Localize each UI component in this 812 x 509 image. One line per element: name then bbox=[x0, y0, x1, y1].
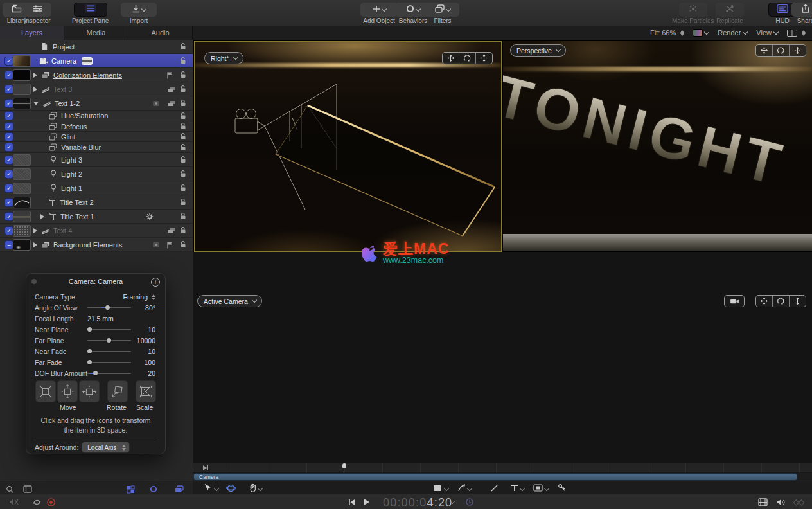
disclosure-closed-icon[interactable] bbox=[33, 73, 37, 78]
render-dropdown[interactable]: Render bbox=[718, 29, 747, 37]
layer-row-title-text-2[interactable]: ✓Title Text 2 bbox=[0, 195, 193, 210]
layer-row-defocus[interactable]: ✓Defocus bbox=[0, 121, 193, 132]
select-tool-chevron-icon[interactable] bbox=[214, 486, 219, 491]
layer-row-text-3[interactable]: ✓Text 3 bbox=[0, 82, 193, 96]
flag-icon[interactable] bbox=[165, 71, 175, 80]
viewport-active-camera[interactable]: THE AWARDS Active Camera bbox=[193, 252, 812, 463]
layer-visibility-checkbox[interactable]: ✓ bbox=[5, 133, 13, 141]
param-stepper-icon[interactable] bbox=[152, 294, 155, 300]
param-slider[interactable] bbox=[87, 373, 131, 374]
slider-thumb[interactable] bbox=[87, 349, 92, 353]
slider-thumb[interactable] bbox=[93, 371, 98, 375]
lock-icon[interactable] bbox=[178, 156, 188, 165]
param-slider[interactable] bbox=[87, 329, 131, 330]
lock-icon[interactable] bbox=[178, 198, 188, 207]
param-value[interactable]: Framing bbox=[123, 293, 148, 301]
lock-icon[interactable] bbox=[178, 143, 188, 152]
tab-audio[interactable]: Audio bbox=[128, 26, 193, 40]
disclosure-closed-icon[interactable] bbox=[40, 214, 44, 219]
disclosure-open-icon[interactable] bbox=[33, 102, 39, 105]
layer-row-camera[interactable]: ✓Camera bbox=[0, 54, 193, 68]
layer-row-hue-saturation[interactable]: ✓Hue/Saturation bbox=[0, 111, 193, 121]
viewport-perspective[interactable]: TONIGHT Perspective bbox=[503, 41, 812, 251]
layer-visibility-checkbox[interactable]: ✓ bbox=[5, 100, 13, 107]
layer-visibility-checkbox[interactable]: ✓ bbox=[5, 227, 13, 235]
layer-row-text-1-2[interactable]: ✓Text 1-2 bbox=[0, 96, 193, 111]
slider-thumb[interactable] bbox=[105, 305, 110, 310]
layer-row-light-2[interactable]: ✓Light 2 bbox=[0, 167, 193, 181]
pan-view-icon[interactable] bbox=[756, 296, 773, 307]
lock-icon[interactable] bbox=[178, 57, 188, 66]
layer-row-light-1[interactable]: ✓Light 1 bbox=[0, 181, 193, 195]
show-audio-icon[interactable] bbox=[775, 497, 786, 507]
dolly-view-icon[interactable] bbox=[790, 45, 806, 56]
layer-visibility-checkbox[interactable]: ✓ bbox=[5, 112, 13, 120]
blend-icon[interactable] bbox=[166, 85, 176, 94]
move-y-button[interactable] bbox=[58, 381, 77, 402]
lock-icon[interactable] bbox=[178, 226, 188, 235]
layer-visibility-checkbox[interactable]: ✓ bbox=[5, 184, 13, 192]
record-button-icon[interactable] bbox=[45, 497, 57, 507]
blend-icon[interactable] bbox=[166, 99, 176, 108]
share-button[interactable]: Share bbox=[791, 3, 812, 24]
play-button[interactable] bbox=[360, 497, 372, 507]
rectangle-tool-chevron-icon[interactable] bbox=[444, 486, 449, 491]
zoom-fit-control[interactable]: Fit: 66% bbox=[650, 29, 684, 37]
layer-visibility-checkbox[interactable]: ✓ bbox=[5, 123, 13, 130]
loop-playback-icon[interactable] bbox=[31, 497, 42, 507]
layer-row-background-elements[interactable]: –Background Elements bbox=[0, 238, 193, 252]
layer-visibility-checkbox[interactable]: ✓ bbox=[5, 57, 13, 65]
filters-button[interactable]: Filters bbox=[426, 3, 459, 24]
line-tool-icon[interactable] bbox=[488, 483, 500, 493]
lock-icon[interactable] bbox=[178, 71, 188, 80]
orbit-view-icon[interactable] bbox=[459, 53, 476, 64]
pan-view-icon[interactable] bbox=[443, 53, 459, 64]
lock-icon[interactable] bbox=[178, 132, 188, 141]
move-xz-button[interactable] bbox=[36, 381, 55, 402]
gear-icon[interactable] bbox=[145, 212, 154, 221]
badge-icon[interactable] bbox=[151, 240, 161, 249]
hud-panel[interactable]: Camera: Camera i Camera TypeFramingAngle… bbox=[26, 273, 166, 454]
channels-dropdown[interactable] bbox=[693, 30, 709, 36]
move-xy-button[interactable] bbox=[80, 381, 99, 402]
adjust-item-tool-icon[interactable] bbox=[556, 483, 568, 493]
badge-icon[interactable] bbox=[151, 99, 161, 108]
import-button[interactable]: Import bbox=[121, 3, 157, 24]
go-to-start-button[interactable] bbox=[346, 497, 357, 507]
lock-icon[interactable] bbox=[178, 170, 188, 179]
pan-hand-tool-icon[interactable] bbox=[247, 483, 258, 493]
slider-thumb[interactable] bbox=[87, 327, 92, 332]
layer-row-text-4[interactable]: ✓Text 4 bbox=[0, 224, 193, 238]
slider-thumb[interactable] bbox=[87, 360, 92, 364]
layer-visibility-checkbox[interactable]: ✓ bbox=[5, 71, 13, 79]
scale-button[interactable] bbox=[136, 381, 155, 402]
playback-mode-icon[interactable] bbox=[464, 497, 475, 507]
camera-overlay-button[interactable] bbox=[725, 296, 744, 307]
fit-stepper-icon[interactable] bbox=[680, 30, 684, 36]
layer-row-light-3[interactable]: ✓Light 3 bbox=[0, 153, 193, 167]
viewport-camera-menu[interactable]: Right* bbox=[205, 53, 243, 64]
lock-icon[interactable] bbox=[178, 42, 188, 51]
layer-row-project[interactable]: Project bbox=[0, 40, 193, 54]
mask-tool-chevron-icon[interactable] bbox=[544, 486, 549, 491]
audio-mute-icon[interactable] bbox=[8, 497, 19, 507]
layer-row-variable-blur[interactable]: ✓Variable Blur bbox=[0, 142, 193, 153]
hud-info-icon[interactable]: i bbox=[151, 278, 160, 287]
dolly-view-icon[interactable] bbox=[476, 53, 492, 64]
project-pane-button[interactable]: Project Pane bbox=[72, 3, 109, 24]
camera-track-bar[interactable]: Camera bbox=[194, 474, 797, 480]
param-slider[interactable] bbox=[87, 340, 131, 341]
show-keyframes-icon[interactable]: ◇◇ bbox=[793, 497, 804, 507]
tab-layers[interactable]: Layers bbox=[0, 26, 64, 40]
orbit-view-icon[interactable] bbox=[773, 296, 790, 307]
disclosure-closed-icon[interactable] bbox=[33, 242, 37, 247]
add-object-button[interactable]: Add Object bbox=[360, 3, 398, 24]
layer-visibility-checkbox[interactable]: ✓ bbox=[5, 156, 13, 164]
tab-media[interactable]: Media bbox=[64, 26, 128, 40]
param-slider[interactable] bbox=[87, 362, 131, 363]
layer-visibility-checkbox[interactable]: ✓ bbox=[5, 143, 13, 151]
viewport-right-ortho[interactable]: Right* bbox=[194, 41, 502, 252]
show-timeline-icon[interactable] bbox=[757, 497, 768, 507]
view-dropdown[interactable]: View bbox=[756, 29, 778, 37]
timeline-ruler[interactable] bbox=[193, 463, 812, 473]
